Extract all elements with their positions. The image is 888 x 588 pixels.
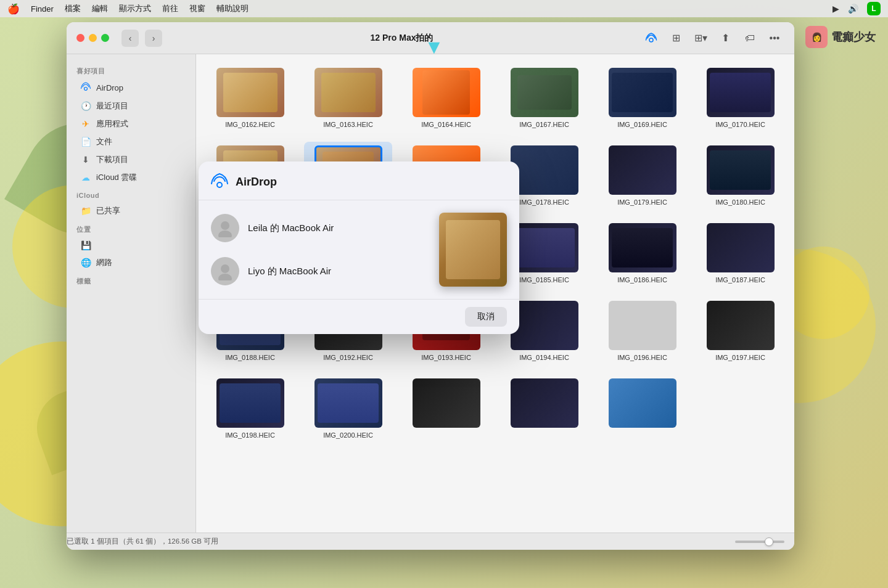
svg-point-5 [221,264,229,273]
menu-help[interactable]: 輔助說明 [216,3,249,14]
popup-title: AirDrop [236,176,277,189]
menubar-right: ▶ 🔊 L [832,2,881,15]
popup-footer: 取消 [199,299,519,334]
preview-image [439,213,507,287]
apple-menu[interactable]: 🍎 [7,3,20,15]
device-name-liyo: Liyo 的 MacBook Air [248,266,331,277]
menubar: 🍎 Finder 檔案 編輯 顯示方式 前往 視窗 輔助說明 ▶ 🔊 L [0,0,888,17]
device-name-leila: Leila 的 MacBook Air [248,223,334,234]
svg-point-6 [218,274,232,280]
menu-window[interactable]: 視窗 [189,3,205,14]
play-icon[interactable]: ▶ [832,4,839,14]
menu-view[interactable]: 顯示方式 [119,3,151,14]
svg-point-4 [218,231,232,237]
volume-icon[interactable]: 🔊 [848,4,858,14]
svg-point-3 [221,221,229,230]
menu-edit[interactable]: 編輯 [92,3,108,14]
airdrop-popup: AirDrop Leila 的 MacBook Air [199,161,519,334]
preview-content [439,213,507,287]
svg-point-2 [217,182,222,187]
menu-finder[interactable]: Finder [31,4,54,14]
device-avatar-leila [211,214,239,242]
popup-header: AirDrop [199,161,519,200]
line-app-icon[interactable]: L [867,2,881,15]
menu-go[interactable]: 前往 [162,3,178,14]
menu-file[interactable]: 檔案 [65,3,81,14]
popup-overlay: AirDrop Leila 的 MacBook Air [0,0,888,588]
airdrop-popup-icon [211,173,229,191]
device-avatar-liyo [211,257,239,285]
popup-body: Leila 的 MacBook Air Liyo 的 MacBook Air [199,200,519,299]
cancel-button[interactable]: 取消 [465,307,507,327]
